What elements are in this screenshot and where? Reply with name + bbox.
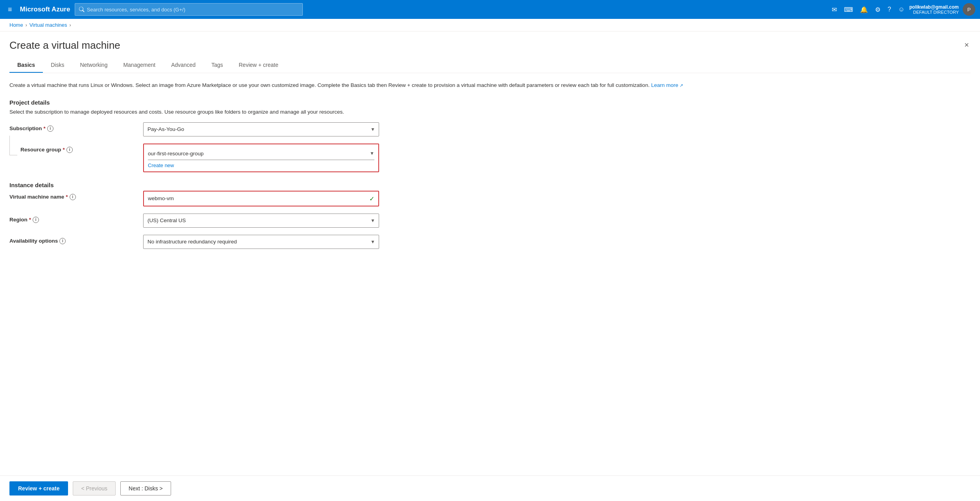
availability-row: Availability options i No infrastructure…	[9, 235, 971, 249]
availability-select[interactable]: No infrastructure redundancy required	[143, 235, 379, 249]
project-details-header: Project details	[9, 99, 971, 106]
region-row: Region * i (US) Central US ▼	[9, 214, 971, 228]
region-select-wrapper: (US) Central US ▼	[143, 214, 379, 228]
create-new-link[interactable]: Create new	[148, 162, 374, 168]
notification-icon[interactable]: 🔔	[858, 4, 870, 16]
breadcrumb-separator-2: ›	[70, 22, 71, 28]
search-icon	[79, 7, 85, 12]
external-link-icon: ↗	[680, 83, 683, 88]
breadcrumb-virtual-machines[interactable]: Virtual machines	[29, 22, 67, 28]
availability-info-icon[interactable]: i	[59, 238, 66, 244]
tab-networking[interactable]: Networking	[72, 58, 115, 73]
page-header: Create a virtual machine ×	[9, 31, 971, 58]
subscription-label-col: Subscription * i	[9, 122, 143, 132]
settings-icon[interactable]: ⚙	[873, 4, 883, 16]
next-button[interactable]: Next : Disks >	[120, 481, 171, 495]
breadcrumb-separator-1: ›	[26, 22, 27, 28]
vm-name-box: ✓	[143, 191, 379, 206]
resource-group-row: Resource group * i our-first-resource-gr…	[9, 144, 971, 172]
feedback-icon[interactable]: ☺	[896, 4, 907, 15]
help-icon[interactable]: ?	[885, 4, 893, 15]
nav-icons: ✉ ⌨ 🔔 ⚙ ? ☺ polikwlab@gmail.com DEFAULT …	[829, 3, 975, 16]
region-info-icon[interactable]: i	[33, 217, 39, 223]
hamburger-menu-icon[interactable]: ≡	[5, 4, 15, 15]
resource-group-box: our-first-resource-group ▼ Create new	[143, 144, 379, 172]
availability-label: Availability options i	[9, 238, 143, 244]
vm-name-control: ✓	[143, 191, 379, 206]
user-avatar[interactable]: P	[963, 3, 975, 16]
resource-group-label: Resource group * i	[20, 147, 73, 153]
bottom-bar: Review + create < Previous Next : Disks …	[0, 475, 980, 499]
subscription-required: *	[44, 125, 46, 131]
tab-review[interactable]: Review + create	[231, 58, 286, 73]
vm-name-info-icon[interactable]: i	[70, 194, 76, 200]
breadcrumb-home[interactable]: Home	[9, 22, 23, 28]
subscription-row: Subscription * i Pay-As-You-Go ▼	[9, 122, 971, 136]
region-label-col: Region * i	[9, 214, 143, 223]
resource-group-info-icon[interactable]: i	[66, 147, 73, 153]
region-select[interactable]: (US) Central US	[143, 214, 379, 228]
connector-line	[9, 136, 17, 155]
search-input[interactable]	[87, 7, 298, 13]
region-required: *	[29, 217, 31, 223]
subscription-label: Subscription * i	[9, 125, 143, 132]
subscription-select[interactable]: Pay-As-You-Go	[143, 122, 379, 136]
subscription-control: Pay-As-You-Go ▼	[143, 122, 379, 136]
review-create-button[interactable]: Review + create	[9, 481, 68, 495]
instance-details-header: Instance details	[9, 182, 971, 188]
cloudshell-icon[interactable]: ⌨	[842, 4, 855, 16]
brand-name: Microsoft Azure	[20, 6, 70, 13]
vm-name-label: Virtual machine name * i	[9, 194, 143, 200]
learn-more-link[interactable]: Learn more ↗	[651, 82, 683, 88]
project-details-description: Select the subscription to manage deploy…	[9, 108, 971, 116]
availability-select-wrapper: No infrastructure redundancy required ▼	[143, 235, 379, 249]
vm-name-row: Virtual machine name * i ✓	[9, 191, 971, 206]
resource-group-control: our-first-resource-group ▼ Create new	[143, 144, 379, 172]
tab-tags[interactable]: Tags	[203, 58, 231, 73]
tab-basics[interactable]: Basics	[9, 58, 43, 73]
resource-group-required: *	[63, 147, 65, 153]
subscription-info-icon[interactable]: i	[47, 125, 53, 132]
page-title: Create a virtual machine	[9, 39, 120, 52]
availability-label-col: Availability options i	[9, 235, 143, 244]
tab-disks[interactable]: Disks	[43, 58, 72, 73]
user-info: polikwlab@gmail.com DEFAULT DIRECTORY	[909, 4, 959, 15]
subscription-select-wrapper: Pay-As-You-Go ▼	[143, 122, 379, 136]
tabs-bar: Basics Disks Networking Management Advan…	[9, 58, 971, 73]
previous-button[interactable]: < Previous	[73, 481, 116, 495]
top-navigation: ≡ Microsoft Azure ✉ ⌨ 🔔 ⚙ ? ☺ polikwlab@…	[0, 0, 980, 19]
tab-management[interactable]: Management	[115, 58, 163, 73]
page-description: Create a virtual machine that runs Linux…	[9, 81, 971, 90]
tab-advanced[interactable]: Advanced	[163, 58, 203, 73]
region-label: Region * i	[9, 217, 143, 223]
search-box[interactable]	[75, 3, 303, 16]
mail-icon[interactable]: ✉	[829, 4, 839, 16]
availability-control: No infrastructure redundancy required ▼	[143, 235, 379, 249]
resource-group-select[interactable]: our-first-resource-group	[148, 147, 374, 160]
resource-group-label-col: Resource group * i	[9, 144, 143, 155]
vm-name-label-col: Virtual machine name * i	[9, 191, 143, 200]
resource-group-inner: our-first-resource-group ▼	[148, 147, 374, 160]
main-content: Create a virtual machine × Basics Disks …	[0, 31, 980, 499]
vm-name-required: *	[66, 194, 68, 200]
vm-name-input[interactable]	[144, 192, 378, 206]
breadcrumb: Home › Virtual machines ›	[0, 19, 980, 31]
region-control: (US) Central US ▼	[143, 214, 379, 228]
close-button[interactable]: ×	[963, 39, 971, 50]
vm-name-check-icon: ✓	[369, 195, 374, 202]
